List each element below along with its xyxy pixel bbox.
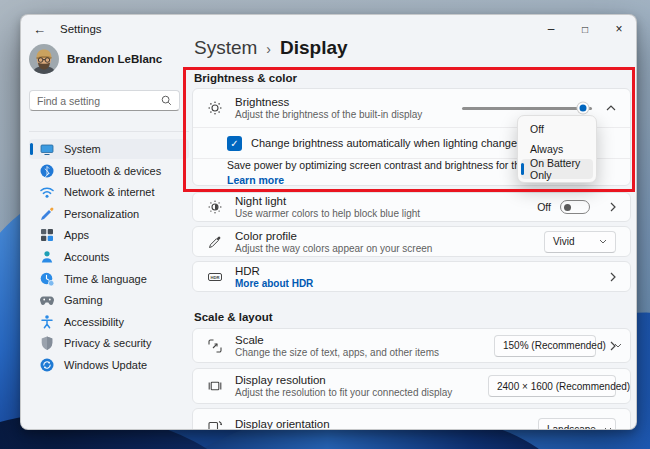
- privacy-icon: [39, 335, 55, 351]
- flyout-option-on-battery-only[interactable]: On Battery Only: [521, 159, 593, 179]
- brightness-slider[interactable]: [462, 101, 592, 115]
- settings-window: ← Settings – □ ×: [20, 14, 637, 430]
- sidebar-item-label: Network & internet: [64, 186, 154, 198]
- display-orientation-icon: [207, 418, 223, 430]
- sidebar-item-label: Accounts: [64, 251, 109, 263]
- row-title: Display resolution: [235, 374, 452, 386]
- accessibility-icon: [39, 314, 55, 330]
- system-icon: [39, 141, 55, 157]
- night-light-row[interactable]: Night light Use warmer colors to help bl…: [192, 192, 631, 222]
- sidebar-item-accessibility[interactable]: Accessibility: [29, 312, 189, 332]
- sidebar-item-label: Apps: [64, 229, 89, 241]
- toggle-state-label: Off: [537, 201, 551, 213]
- close-icon[interactable]: ×: [602, 15, 636, 43]
- section-label-brightness-color: Brightness & color: [194, 72, 297, 84]
- sidebar-item-personalization[interactable]: Personalization: [29, 204, 189, 224]
- row-description: Use warmer colors to help block blue lig…: [235, 208, 420, 219]
- row-title: Display orientation: [235, 418, 330, 430]
- chevron-down-icon: [599, 239, 607, 244]
- sidebar: Brandon LeBlanc System Bluetoo: [29, 43, 201, 429]
- row-description: Adjust the way colors appear on your scr…: [235, 243, 432, 254]
- sidebar-item-time-language[interactable]: Time & language: [29, 269, 189, 289]
- user-profile[interactable]: Brandon LeBlanc: [29, 44, 162, 74]
- sidebar-item-gaming[interactable]: Gaming: [29, 290, 189, 310]
- sidebar-item-label: System: [64, 143, 101, 155]
- toggle-knob: [564, 204, 571, 211]
- search-icon: [161, 95, 172, 106]
- hdr-row[interactable]: HDR HDR More about HDR: [192, 261, 631, 292]
- checkbox-checked[interactable]: ✓: [227, 136, 242, 151]
- option-label: Always: [530, 143, 563, 155]
- row-title: Night light: [235, 195, 420, 207]
- breadcrumb: System › Display: [194, 37, 348, 59]
- scale-icon: [207, 338, 223, 354]
- hdr-icon: HDR: [207, 269, 223, 285]
- sidebar-item-network[interactable]: Network & internet: [29, 182, 189, 202]
- night-light-toggle[interactable]: [560, 200, 590, 214]
- chevron-right-icon: [610, 341, 616, 351]
- maximize-icon[interactable]: □: [568, 15, 602, 43]
- color-profile-select[interactable]: Vivid: [544, 231, 616, 253]
- breadcrumb-parent[interactable]: System: [194, 37, 257, 59]
- display-orientation-row: Display orientation Landscape: [192, 408, 631, 430]
- page-title: Display: [280, 37, 348, 59]
- slider-thumb[interactable]: [577, 103, 588, 114]
- search-input[interactable]: [37, 95, 161, 107]
- sidebar-item-accounts[interactable]: Accounts: [29, 247, 189, 267]
- breadcrumb-separator-icon: ›: [266, 41, 271, 57]
- row-description: Change the size of text, apps, and other…: [235, 347, 439, 358]
- selection-indicator: [521, 163, 524, 175]
- sidebar-item-label: Personalization: [64, 208, 139, 220]
- chevron-right-icon: [610, 272, 616, 282]
- windows-update-icon: [39, 357, 55, 373]
- window-controls: – □ ×: [534, 15, 636, 43]
- chevron-up-icon[interactable]: [606, 105, 616, 111]
- network-icon: [39, 184, 55, 200]
- more-about-hdr-link[interactable]: More about HDR: [235, 278, 313, 289]
- svg-text:HDR: HDR: [210, 275, 219, 280]
- sidebar-item-bluetooth[interactable]: Bluetooth & devices: [29, 161, 189, 181]
- display-orientation-select[interactable]: Landscape: [538, 418, 616, 430]
- minimize-icon[interactable]: –: [534, 15, 568, 43]
- sidebar-nav: System Bluetooth & devices Network & int…: [29, 139, 189, 377]
- select-value: Landscape: [547, 424, 596, 431]
- flyout-option-always[interactable]: Always: [521, 139, 593, 159]
- search-box[interactable]: [29, 90, 180, 111]
- avatar: [29, 44, 59, 74]
- option-label: Off: [530, 123, 544, 135]
- scale-select[interactable]: 150% (Recommended): [494, 335, 596, 357]
- sidebar-item-label: Bluetooth & devices: [64, 165, 161, 177]
- apps-icon: [39, 227, 55, 243]
- gaming-icon: [39, 292, 55, 308]
- checkbox-label: Change brightness automatically when lig…: [251, 137, 523, 149]
- back-icon[interactable]: ←: [33, 22, 46, 37]
- row-description: Adjust the brightness of the built-in di…: [235, 109, 422, 120]
- night-light-icon: [207, 199, 223, 215]
- display-resolution-select[interactable]: 2400 × 1600 (Recommended): [488, 375, 616, 397]
- sidebar-item-system[interactable]: System: [29, 139, 189, 159]
- brightness-icon: [207, 100, 223, 116]
- bluetooth-icon: [39, 163, 55, 179]
- display-resolution-row: Display resolution Adjust the resolution…: [192, 368, 631, 404]
- flyout-option-off[interactable]: Off: [521, 119, 593, 139]
- time-language-icon: [39, 271, 55, 287]
- select-value: 150% (Recommended): [503, 340, 606, 351]
- personalization-icon: [39, 206, 55, 222]
- sidebar-item-apps[interactable]: Apps: [29, 225, 189, 245]
- window-title: Settings: [60, 23, 102, 35]
- sidebar-divider: [29, 131, 189, 132]
- row-title: HDR: [235, 265, 313, 277]
- option-label: On Battery Only: [530, 157, 593, 181]
- select-value: 2400 × 1600 (Recommended): [497, 381, 630, 392]
- user-name: Brandon LeBlanc: [67, 53, 162, 65]
- sidebar-item-privacy[interactable]: Privacy & security: [29, 333, 189, 353]
- sidebar-item-label: Accessibility: [64, 316, 124, 328]
- sidebar-item-windows-update[interactable]: Windows Update: [29, 355, 189, 375]
- dropdown-flyout: Off Always On Battery Only: [517, 115, 597, 183]
- section-label-scale-layout: Scale & layout: [194, 311, 273, 323]
- color-profile-icon: [207, 234, 223, 250]
- row-title: Scale: [235, 334, 439, 346]
- sidebar-item-label: Time & language: [64, 273, 147, 285]
- row-title: Color profile: [235, 230, 432, 242]
- scale-row[interactable]: Scale Change the size of text, apps, and…: [192, 328, 631, 363]
